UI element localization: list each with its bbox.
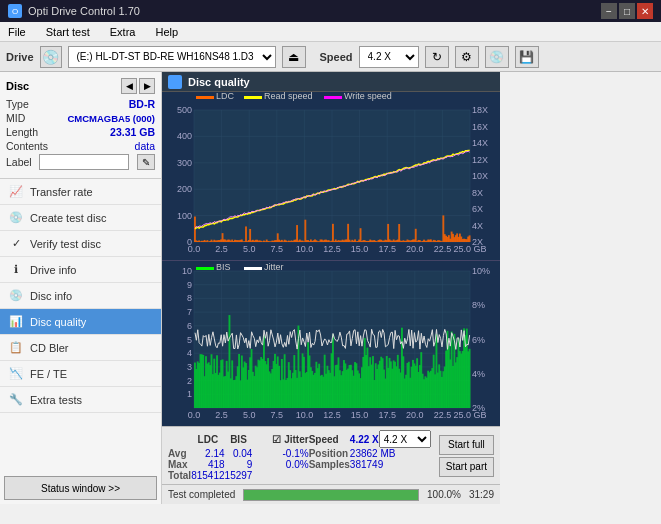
stats-area: LDC BIS ☑ Jitter Speed 4.22 X 4.2 X	[162, 426, 500, 484]
content-header: Disc quality	[162, 72, 500, 92]
start-part-button[interactable]: Start part	[439, 457, 494, 477]
disc-label-label: Label	[6, 156, 32, 168]
disc-contents-label: Contents	[6, 140, 48, 152]
chart2-container	[162, 261, 500, 426]
sidebar-item-create-test-disc-label: Create test disc	[30, 212, 106, 224]
settings-button[interactable]: ⚙	[455, 46, 479, 68]
app-title: Opti Drive Control 1.70	[28, 5, 140, 17]
speed-stats-select[interactable]: 4.2 X	[379, 430, 431, 448]
sidebar-item-disc-quality[interactable]: 📊 Disc quality	[0, 309, 161, 335]
disc-quality-icon: 📊	[8, 314, 24, 330]
status-window-button[interactable]: Status window >>	[4, 476, 157, 500]
cd-bler-icon: 📋	[8, 340, 24, 356]
disc-prev-btn[interactable]: ◀	[121, 78, 137, 94]
disc-mid-label: MID	[6, 112, 25, 124]
sidebar-item-fe-te[interactable]: 📉 FE / TE	[0, 361, 161, 387]
sidebar-item-transfer-rate[interactable]: 📈 Transfer rate	[0, 179, 161, 205]
sidebar-item-cd-bler-label: CD Bler	[30, 342, 69, 354]
main-layout: Disc ◀ ▶ Type BD-R MID CMCMAGBA5 (000) L…	[0, 72, 661, 504]
sidebar: Disc ◀ ▶ Type BD-R MID CMCMAGBA5 (000) L…	[0, 72, 162, 504]
start-full-button[interactable]: Start full	[439, 435, 494, 455]
disc-length-value: 23.31 GB	[110, 126, 155, 138]
menubar: File Start test Extra Help	[0, 22, 661, 42]
refresh-button[interactable]: ↻	[425, 46, 449, 68]
ldc-header: LDC	[191, 430, 224, 448]
content-area: Disc quality LDC BIS	[162, 72, 500, 504]
drivebar: Drive 💿 (E:) HL-DT-ST BD-RE WH16NS48 1.D…	[0, 42, 661, 72]
jitter-check: ☑ Jitter	[272, 430, 308, 448]
maximize-button[interactable]: □	[619, 3, 635, 19]
disc-label-row: Label ✎	[6, 154, 155, 170]
ldc-max: 418	[191, 459, 224, 470]
samples-label: Samples	[309, 459, 350, 470]
menu-help[interactable]: Help	[151, 24, 182, 40]
sidebar-item-drive-info[interactable]: ℹ Drive info	[0, 257, 161, 283]
disc-label-edit-btn[interactable]: ✎	[137, 154, 155, 170]
disc-mid-row: MID CMCMAGBA5 (000)	[6, 112, 155, 124]
chart1-canvas	[162, 92, 500, 260]
menu-file[interactable]: File	[4, 24, 30, 40]
jitter-avg: -0.1%	[272, 448, 308, 459]
speed-select[interactable]: 4.2 X Max 2.0 X	[359, 46, 419, 68]
close-button[interactable]: ✕	[637, 3, 653, 19]
ldc-total: 815412	[191, 470, 224, 481]
sidebar-item-disc-info[interactable]: 💿 Disc info	[0, 283, 161, 309]
disc-label-input[interactable]	[39, 154, 129, 170]
disc-info-icon: 💿	[8, 288, 24, 304]
position-value: 23862 MB	[350, 448, 431, 459]
speed-stats-label: Speed	[309, 430, 350, 448]
app-icon: O	[8, 4, 22, 18]
save-button[interactable]: 💾	[515, 46, 539, 68]
total-label: Total	[168, 470, 191, 481]
disc-type-value: BD-R	[129, 98, 155, 110]
disc-header: Disc ◀ ▶	[6, 78, 155, 94]
disc-next-btn[interactable]: ▶	[139, 78, 155, 94]
sidebar-item-fe-te-label: FE / TE	[30, 368, 67, 380]
avg-label: Avg	[168, 448, 191, 459]
action-buttons: Start full Start part	[439, 435, 494, 477]
status-text: Test completed	[168, 489, 235, 500]
time-text: 31:29	[469, 489, 494, 500]
statusbar: Test completed 100.0% 31:29	[162, 484, 500, 504]
minimize-button[interactable]: −	[601, 3, 617, 19]
stats-table: LDC BIS ☑ Jitter Speed 4.22 X 4.2 X	[168, 430, 431, 481]
disc-contents-row: Contents data	[6, 140, 155, 152]
menu-extra[interactable]: Extra	[106, 24, 140, 40]
sidebar-item-cd-bler[interactable]: 📋 CD Bler	[0, 335, 161, 361]
disc-type-label: Type	[6, 98, 29, 110]
drive-select[interactable]: (E:) HL-DT-ST BD-RE WH16NS48 1.D3	[68, 46, 276, 68]
disc-type-row: Type BD-R	[6, 98, 155, 110]
max-label: Max	[168, 459, 191, 470]
stats-row: LDC BIS ☑ Jitter Speed 4.22 X 4.2 X	[168, 430, 494, 481]
jitter-header: Jitter	[284, 434, 308, 445]
extra-tests-icon: 🔧	[8, 392, 24, 408]
titlebar-left: O Opti Drive Control 1.70	[8, 4, 140, 18]
drive-info-icon: ℹ	[8, 262, 24, 278]
progress-bar-fill	[244, 490, 418, 500]
sidebar-menu: 📈 Transfer rate 💿 Create test disc ✓ Ver…	[0, 179, 161, 472]
sidebar-item-transfer-rate-label: Transfer rate	[30, 186, 93, 198]
drive-label: Drive	[6, 51, 34, 63]
progress-bar	[243, 489, 419, 501]
transfer-rate-icon: 📈	[8, 184, 24, 200]
drive-icon: 💿	[40, 46, 62, 68]
menu-starttest[interactable]: Start test	[42, 24, 94, 40]
eject-button[interactable]: ⏏	[282, 46, 306, 68]
sidebar-item-create-test-disc[interactable]: 💿 Create test disc	[0, 205, 161, 231]
bis-header: BIS	[225, 430, 253, 448]
progress-text: 100.0%	[427, 489, 461, 500]
jitter-max: 0.0%	[272, 459, 308, 470]
sidebar-item-extra-tests-label: Extra tests	[30, 394, 82, 406]
titlebar: O Opti Drive Control 1.70 − □ ✕	[0, 0, 661, 22]
sidebar-item-verify-test-disc-label: Verify test disc	[30, 238, 101, 250]
verify-test-disc-icon: ✓	[8, 236, 24, 252]
disc-button[interactable]: 💿	[485, 46, 509, 68]
sidebar-item-verify-test-disc[interactable]: ✓ Verify test disc	[0, 231, 161, 257]
sidebar-item-drive-info-label: Drive info	[30, 264, 76, 276]
content-title: Disc quality	[188, 76, 250, 88]
sidebar-item-extra-tests[interactable]: 🔧 Extra tests	[0, 387, 161, 413]
create-test-disc-icon: 💿	[8, 210, 24, 226]
disc-panel: Disc ◀ ▶ Type BD-R MID CMCMAGBA5 (000) L…	[0, 72, 161, 179]
jitter-checkbox[interactable]: ☑	[272, 434, 281, 445]
jitter-total	[272, 470, 308, 481]
